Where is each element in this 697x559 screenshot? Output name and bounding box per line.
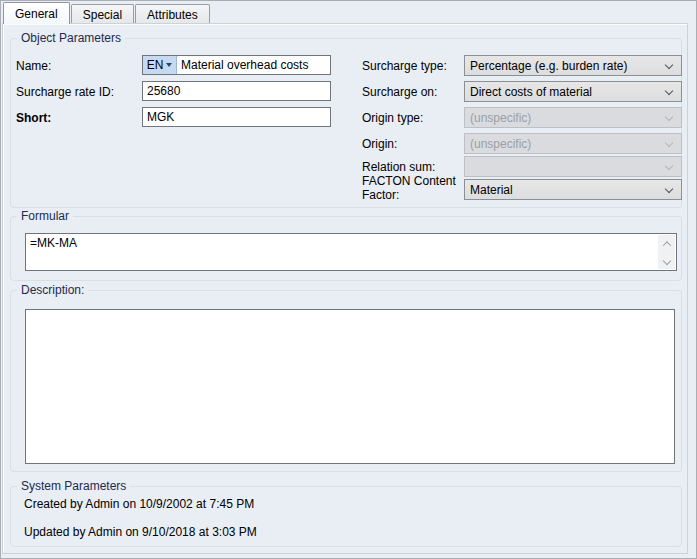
object-parameters-title: Object Parameters	[17, 31, 125, 45]
surcharge-on-label: Surcharge on:	[362, 85, 437, 99]
scroll-down-icon[interactable]	[662, 256, 670, 264]
short-label: Short:	[16, 111, 51, 125]
origin-label: Origin:	[362, 137, 397, 151]
updated-by-text: Updated by Admin on 9/10/2018 at 3:03 PM	[24, 525, 257, 539]
origin-type-select: (unspecific)	[464, 107, 682, 128]
origin-type-label: Origin type:	[362, 111, 423, 125]
origin-type-value: (unspecific)	[470, 111, 531, 125]
tab-attributes[interactable]: Attributes	[135, 4, 210, 23]
dropdown-arrow-icon	[166, 63, 172, 67]
relation-sum-label: Relation sum:	[362, 160, 435, 174]
relation-sum-select	[464, 156, 682, 177]
language-selector-value: EN	[147, 58, 164, 72]
surcharge-type-value: Percentage (e.g. burden rate)	[470, 59, 627, 73]
name-input[interactable]: EN Material overhead costs	[142, 55, 331, 75]
description-input[interactable]	[25, 309, 675, 464]
origin-select: (unspecific)	[464, 133, 682, 154]
formula-value: =MK-MA	[26, 234, 676, 252]
chevron-down-icon	[665, 113, 673, 121]
tab-general[interactable]: General	[3, 2, 70, 24]
tab-page-general: Object Parameters Name: EN Material over…	[2, 23, 688, 554]
chevron-down-icon	[665, 185, 673, 193]
scroll-up-icon[interactable]	[662, 241, 670, 249]
formula-input[interactable]: =MK-MA	[25, 233, 677, 271]
chevron-down-icon	[665, 139, 673, 147]
surcharge-rate-id-label: Surcharge rate ID:	[16, 85, 114, 99]
surcharge-rate-id-value: 25680	[143, 84, 184, 98]
description-title: Description:	[17, 283, 88, 297]
facton-content-factor-select[interactable]: Material	[464, 179, 682, 200]
chevron-down-icon	[665, 87, 673, 95]
short-input[interactable]: MGK	[142, 107, 331, 127]
surcharge-on-select[interactable]: Direct costs of material	[464, 81, 682, 102]
system-parameters-title: System Parameters	[17, 479, 130, 493]
chevron-down-icon	[665, 61, 673, 69]
surcharge-on-value: Direct costs of material	[470, 85, 592, 99]
short-value: MGK	[143, 110, 178, 124]
name-input-value: Material overhead costs	[177, 58, 312, 72]
formula-scrollbar[interactable]	[658, 235, 675, 269]
surcharge-rate-id-input[interactable]: 25680	[142, 81, 331, 101]
facton-content-factor-value: Material	[470, 183, 513, 197]
chevron-down-icon	[665, 162, 673, 170]
language-selector[interactable]: EN	[143, 56, 177, 74]
properties-window: General Special Attributes Object Parame…	[0, 0, 697, 559]
name-label: Name:	[16, 59, 51, 73]
description-value	[26, 310, 674, 314]
tab-special[interactable]: Special	[71, 4, 134, 23]
origin-value: (unspecific)	[470, 137, 531, 151]
formular-title: Formular	[17, 209, 73, 223]
facton-content-factor-label: FACTON Content Factor:	[362, 174, 462, 202]
tab-bar: General Special Attributes	[3, 2, 211, 23]
created-by-text: Created by Admin on 10/9/2002 at 7:45 PM	[24, 497, 254, 511]
surcharge-type-select[interactable]: Percentage (e.g. burden rate)	[464, 55, 682, 76]
surcharge-type-label: Surcharge type:	[362, 59, 447, 73]
